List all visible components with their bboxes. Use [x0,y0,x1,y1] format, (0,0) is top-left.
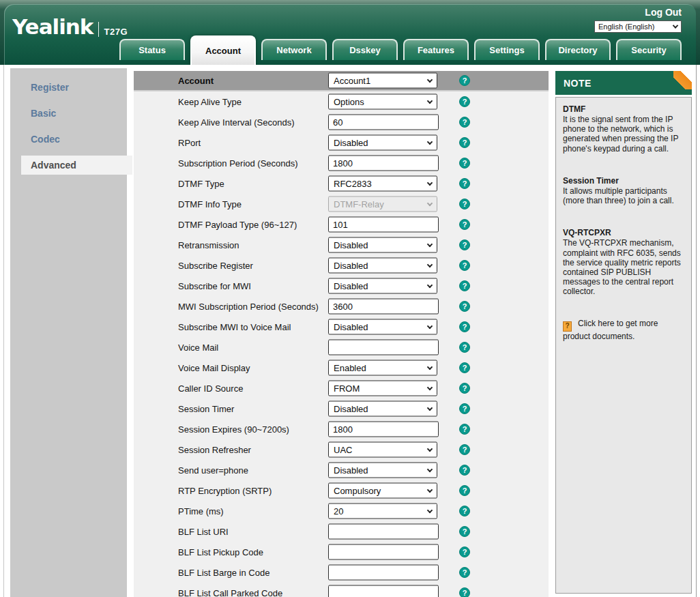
tab-dsskey[interactable]: Dsskey [332,39,398,60]
field-label-dtmf-payload-type: DTMF Payload Type (96~127) [178,220,327,230]
language-select-value: English (English) [598,23,655,31]
dtmf-info-type-select-value: DTMF-Relay [334,199,384,209]
retransmission-select[interactable]: Disabled [328,237,437,253]
ptime-select[interactable]: 20 [328,504,437,519]
help-icon[interactable]: ? [459,239,470,250]
chevron-down-icon [427,507,433,512]
subscribe-for-mwi-select-value: Disabled [334,281,368,291]
session-refresher-select[interactable]: UAC [328,442,437,458]
tab-security[interactable]: Security [616,39,682,60]
send-user-phone-select[interactable]: Disabled [328,463,437,478]
help-icon[interactable]: ? [459,444,470,455]
note-section-heading: VQ-RTCPXR [563,228,686,237]
main-tabs: StatusAccountNetworkDsskeyFeaturesSettin… [119,35,682,65]
help-icon[interactable]: ? [459,158,470,169]
field-label-blf-list-call-parked-code: BLF List Call Parked Code [178,588,327,597]
help-icon[interactable]: ? [459,321,470,332]
help-icon[interactable]: ? [459,342,470,353]
session-timer-select[interactable]: Disabled [328,401,437,417]
help-icon[interactable]: ? [459,137,470,148]
note-section-body: It allows multiple participants (more th… [563,186,686,205]
subscribe-for-mwi-select[interactable]: Disabled [328,278,437,294]
help-icon[interactable]: ? [459,567,470,578]
help-icon[interactable]: ? [459,219,470,230]
help-icon[interactable]: ? [459,526,470,537]
note-footer-link[interactable]: Click here to get more product documents… [563,319,658,340]
help-icon[interactable]: ? [459,178,470,189]
help-doc-icon[interactable]: ? [563,321,572,332]
help-icon[interactable]: ? [459,301,470,312]
tab-settings[interactable]: Settings [474,39,540,60]
sidebar-item-codec[interactable]: Codec [10,126,127,152]
help-icon[interactable]: ? [459,506,470,516]
blf-list-barge-in-code-input[interactable] [328,565,439,581]
session-timer-select-value: Disabled [334,404,368,414]
form-row-dtmf-payload-type: DTMF Payload Type (96~127)? [134,214,549,235]
sidebar-item-basic[interactable]: Basic [10,100,127,126]
help-icon[interactable]: ? [459,117,470,128]
caller-id-source-select[interactable]: FROM [328,381,437,396]
chevron-down-icon [427,200,433,205]
session-expires-input[interactable] [328,422,439,437]
chevron-down-icon [427,405,433,410]
field-control-voice-mail-display: Enabled [328,360,437,376]
tab-directory[interactable]: Directory [545,39,611,60]
rport-select[interactable]: Disabled [328,135,437,151]
note-section-heading: DTMF [563,104,686,114]
field-label-session-timer: Session Timer [178,404,327,414]
logout-link[interactable]: Log Out [645,7,682,18]
subscribe-mwi-to-voice-mail-select[interactable]: Disabled [328,319,437,335]
help-icon[interactable]: ? [459,424,470,435]
keep-alive-interval-input[interactable] [328,115,439,130]
chevron-down-icon [427,364,433,369]
tab-account[interactable]: Account [190,35,256,65]
field-control-session-expires [328,422,437,437]
voice-mail-display-select[interactable]: Enabled [328,360,437,376]
send-user-phone-select-value: Disabled [334,465,368,476]
tab-features[interactable]: Features [403,39,469,60]
dtmf-type-select[interactable]: RFC2833 [328,176,437,192]
form-row-retransmission: RetransmissionDisabled? [134,235,549,255]
help-icon[interactable]: ? [459,362,470,373]
help-icon[interactable]: ? [459,199,470,209]
field-label-retransmission: Retransmission [178,240,327,250]
blf-list-uri-input[interactable] [328,524,439,540]
help-icon[interactable]: ? [459,260,470,271]
subscribe-register-select[interactable]: Disabled [328,258,437,274]
blf-list-call-parked-code-input[interactable] [328,585,439,597]
chevron-down-icon [427,179,433,185]
help-icon[interactable]: ? [459,485,470,496]
field-control-subscribe-for-mwi: Disabled [328,278,437,294]
blf-list-pickup-code-input[interactable] [328,544,439,560]
field-control-dtmf-payload-type [328,217,437,233]
field-label-keep-alive-type: Keep Alive Type [178,97,327,107]
sidebar-item-advanced[interactable]: Advanced [10,152,127,178]
field-control-rport: Disabled [328,135,437,151]
dtmf-payload-type-input[interactable] [328,217,439,233]
help-icon[interactable]: ? [459,465,470,476]
rtp-encryption-srtp-select[interactable]: Compulsory [328,483,437,499]
help-icon[interactable]: ? [459,547,470,557]
help-icon[interactable]: ? [459,280,470,291]
keep-alive-type-select[interactable]: Options [328,94,437,110]
help-icon[interactable]: ? [459,403,470,414]
note-section-heading: Session Timer [563,176,686,186]
sidebar-item-register[interactable]: Register [10,74,127,100]
subscription-period-input[interactable] [328,156,439,171]
page-root: Yealink T27G Log Out English (English) S… [0,0,700,597]
folded-corner [673,71,692,89]
note-section-vq-rtcpxr: VQ-RTCPXRThe VQ-RTCPXR mechanism, compla… [563,228,686,296]
help-icon[interactable]: ? [459,383,470,394]
language-select[interactable]: English (English) [594,20,682,33]
account-select[interactable]: Account1 [328,73,437,89]
mwi-subscription-period-input[interactable] [328,299,439,315]
header-panel: Yealink T27G Log Out English (English) S… [4,4,696,65]
voice-mail-input[interactable] [328,340,439,355]
help-icon[interactable]: ? [459,75,470,86]
help-icon[interactable]: ? [459,587,470,597]
help-icon[interactable]: ? [459,96,470,107]
keep-alive-type-select-value: Options [334,97,364,107]
field-label-blf-list-pickup-code: BLF List Pickup Code [178,547,327,557]
tab-status[interactable]: Status [119,39,185,60]
tab-network[interactable]: Network [261,39,327,60]
